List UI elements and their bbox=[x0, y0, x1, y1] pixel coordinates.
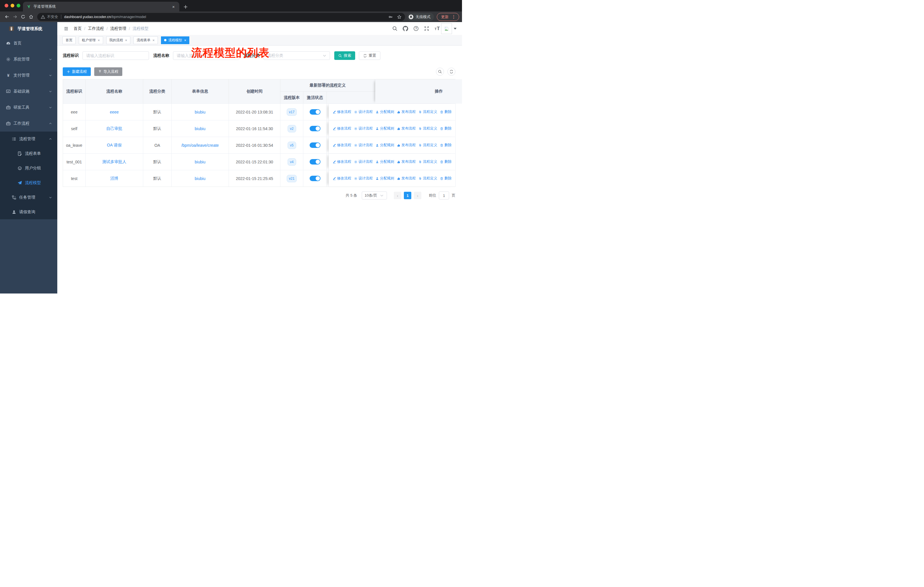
app-logo-row[interactable]: 芋道管理系统 bbox=[0, 22, 57, 35]
form-info-link[interactable]: biubiu bbox=[195, 126, 205, 131]
action-流程定义[interactable]: 流程定义 bbox=[419, 143, 437, 147]
tag-我的流程[interactable]: 我的流程× bbox=[106, 36, 130, 44]
window-minimize-button[interactable] bbox=[11, 4, 14, 7]
action-删除[interactable]: 删除 bbox=[440, 176, 452, 181]
action-分配规则[interactable]: 分配规则 bbox=[376, 176, 394, 181]
action-设计流程[interactable]: 设计流程 bbox=[354, 143, 373, 147]
action-修改流程[interactable]: 修改流程 bbox=[333, 109, 351, 114]
sidebar-item-流程表单[interactable]: 流程表单 bbox=[0, 146, 57, 161]
action-分配规则[interactable]: 分配规则 bbox=[376, 143, 394, 147]
form-info-link[interactable]: biubiu bbox=[195, 176, 205, 181]
action-删除[interactable]: 删除 bbox=[440, 159, 452, 164]
process-name-link[interactable]: 滔博 bbox=[110, 176, 118, 181]
sidebar-item-支付管理[interactable]: ¥支付管理 bbox=[0, 67, 57, 83]
reload-icon[interactable] bbox=[19, 13, 27, 21]
github-icon[interactable] bbox=[403, 26, 408, 31]
process-name-link[interactable]: eeee bbox=[110, 110, 119, 114]
tag-close-icon[interactable]: × bbox=[152, 38, 155, 42]
active-toggle[interactable] bbox=[310, 142, 320, 148]
breadcrumb-item-工作流程[interactable]: 工作流程 bbox=[88, 26, 104, 31]
active-toggle[interactable] bbox=[310, 176, 320, 181]
refresh-table-button[interactable] bbox=[447, 68, 455, 76]
action-设计流程[interactable]: 设计流程 bbox=[354, 159, 373, 164]
action-设计流程[interactable]: 设计流程 bbox=[354, 109, 373, 114]
sidebar-item-流程管理[interactable]: 流程管理 bbox=[0, 132, 57, 146]
action-发布流程[interactable]: 发布流程 bbox=[397, 176, 416, 181]
process-name-link[interactable]: 自己审批 bbox=[106, 126, 122, 131]
action-修改流程[interactable]: 修改流程 bbox=[333, 176, 351, 181]
new-tab-button[interactable] bbox=[183, 5, 188, 9]
action-删除[interactable]: 删除 bbox=[440, 143, 452, 147]
action-流程定义[interactable]: 流程定义 bbox=[419, 109, 437, 114]
action-分配规则[interactable]: 分配规则 bbox=[376, 126, 394, 131]
bookmark-star-icon[interactable] bbox=[397, 15, 402, 19]
fullscreen-icon[interactable] bbox=[424, 26, 429, 31]
browser-menu-icon[interactable] bbox=[451, 15, 456, 19]
tab-close-icon[interactable]: × bbox=[171, 4, 176, 9]
tag-流程表单[interactable]: 流程表单× bbox=[134, 36, 158, 44]
forward-icon[interactable] bbox=[11, 13, 19, 21]
sidebar-item-工作流程[interactable]: 工作流程 bbox=[0, 116, 57, 132]
breadcrumb-item-首页[interactable]: 首页 bbox=[74, 26, 82, 31]
action-发布流程[interactable]: 发布流程 bbox=[397, 143, 416, 147]
sidebar-item-基础设施[interactable]: 基础设施 bbox=[0, 83, 57, 99]
action-发布流程[interactable]: 发布流程 bbox=[397, 159, 416, 164]
tag-close-icon[interactable]: × bbox=[98, 38, 100, 42]
action-删除[interactable]: 删除 bbox=[440, 109, 452, 114]
help-icon[interactable]: ? bbox=[413, 26, 419, 31]
window-close-button[interactable] bbox=[5, 4, 8, 7]
action-删除[interactable]: 删除 bbox=[440, 126, 452, 131]
sidebar-item-流程模型[interactable]: 流程模型 bbox=[0, 175, 57, 190]
search-button[interactable]: 搜索 bbox=[334, 51, 355, 60]
process-name-input[interactable] bbox=[173, 51, 239, 60]
avatar[interactable] bbox=[441, 23, 452, 34]
process-name-link[interactable]: 测试多审批人 bbox=[102, 159, 126, 165]
sidebar-item-研发工具[interactable]: 研发工具 bbox=[0, 99, 57, 116]
next-page-button[interactable]: › bbox=[414, 192, 421, 199]
active-toggle[interactable] bbox=[310, 109, 320, 115]
toggle-search-button[interactable] bbox=[436, 68, 444, 76]
sidebar-item-任务管理[interactable]: 任务管理 bbox=[0, 190, 57, 205]
avatar-caret-down-icon[interactable] bbox=[454, 28, 457, 30]
action-流程定义[interactable]: 流程定义 bbox=[419, 126, 437, 131]
action-修改流程[interactable]: 修改流程 bbox=[333, 159, 351, 164]
active-toggle[interactable] bbox=[310, 126, 320, 131]
font-size-icon[interactable]: TT bbox=[434, 26, 440, 31]
prev-page-button[interactable]: ‹ bbox=[394, 192, 401, 199]
tag-租户管理[interactable]: 租户管理× bbox=[79, 36, 103, 44]
sidebar-item-请假查询[interactable]: 请假查询 bbox=[0, 205, 57, 219]
tag-流程模型[interactable]: 流程模型× bbox=[161, 36, 190, 44]
import-process-button[interactable]: 导入流程 bbox=[94, 67, 122, 76]
search-icon[interactable] bbox=[392, 26, 398, 31]
action-发布流程[interactable]: 发布流程 bbox=[397, 126, 416, 131]
action-设计流程[interactable]: 设计流程 bbox=[354, 126, 373, 131]
window-zoom-button[interactable] bbox=[16, 4, 20, 7]
sidebar-collapse-icon[interactable] bbox=[64, 26, 68, 31]
process-id-input[interactable] bbox=[82, 51, 149, 60]
action-修改流程[interactable]: 修改流程 bbox=[333, 143, 351, 147]
reset-button[interactable]: 重置 bbox=[359, 51, 380, 60]
goto-page-input[interactable] bbox=[439, 192, 449, 200]
current-page-button[interactable]: 1 bbox=[404, 192, 411, 199]
action-发布流程[interactable]: 发布流程 bbox=[397, 109, 416, 114]
back-icon[interactable] bbox=[3, 13, 11, 21]
tag-close-icon[interactable]: × bbox=[125, 38, 127, 42]
action-修改流程[interactable]: 修改流程 bbox=[333, 126, 351, 131]
form-info-link[interactable]: biubiu bbox=[195, 110, 205, 114]
category-select[interactable]: 流程分类 bbox=[264, 51, 330, 60]
create-process-button[interactable]: 新建流程 bbox=[63, 67, 91, 76]
browser-update-button[interactable]: 更新 bbox=[437, 13, 459, 21]
home-icon[interactable] bbox=[27, 13, 35, 21]
form-info-link[interactable]: /bpm/oa/leave/create bbox=[181, 143, 219, 147]
process-name-link[interactable]: OA 请假 bbox=[107, 143, 121, 148]
tag-close-icon[interactable]: × bbox=[184, 38, 186, 42]
sidebar-item-系统管理[interactable]: 系统管理 bbox=[0, 51, 57, 67]
breadcrumb-item-流程管理[interactable]: 流程管理 bbox=[110, 26, 126, 31]
action-分配规则[interactable]: 分配规则 bbox=[376, 159, 394, 164]
page-size-select[interactable]: 10条/页 bbox=[362, 192, 387, 200]
action-流程定义[interactable]: 流程定义 bbox=[419, 159, 437, 164]
active-toggle[interactable] bbox=[310, 159, 320, 165]
address-bar[interactable]: 不安全 dashboard.yudao.iocoder.cn /bpm/mana… bbox=[37, 13, 405, 21]
sidebar-item-用户分组[interactable]: 用户分组 bbox=[0, 161, 57, 175]
password-key-icon[interactable] bbox=[388, 15, 393, 19]
